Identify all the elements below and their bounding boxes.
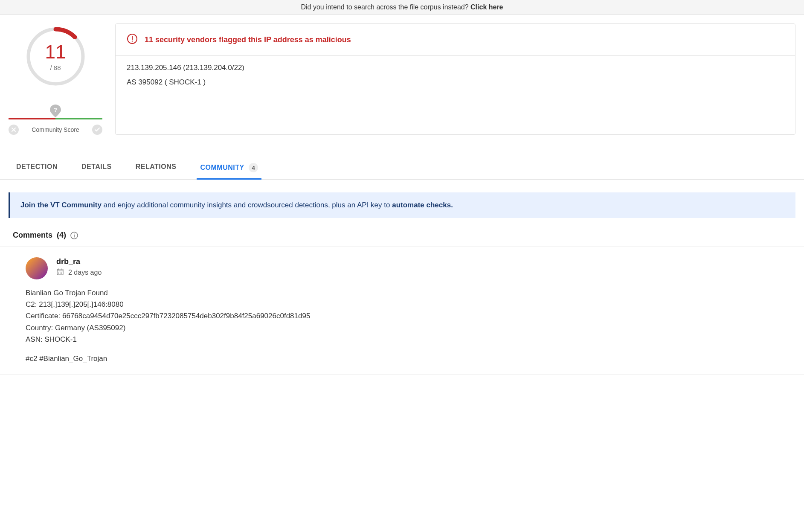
ip-details: 213.139.205.146 (213.139.204.0/22) AS 39… xyxy=(116,56,795,104)
comments-header: Comments (4) xyxy=(0,231,804,247)
comment-time: 2 days ago xyxy=(68,269,102,276)
tab-relations[interactable]: RELATIONS xyxy=(132,156,180,179)
vote-negative-button[interactable] xyxy=(9,125,19,135)
alert-icon xyxy=(127,33,138,46)
header-section: 11 / 88 ? Community Sc xyxy=(0,15,804,143)
comment-tags: #c2 #Bianlian_Go_Trojan xyxy=(26,353,791,364)
comment-item: drb_ra 2 days ago Bianlian Go Trojan Fou… xyxy=(0,247,804,375)
community-score-section: ? Community Score xyxy=(9,105,102,135)
join-community-link[interactable]: Join the VT Community xyxy=(20,201,102,209)
detection-score-gauge: 11 / 88 xyxy=(25,26,87,87)
banner-text: Did you intend to search across the file… xyxy=(301,3,470,11)
automate-checks-link[interactable]: automate checks. xyxy=(392,201,453,209)
detection-count: 11 xyxy=(45,42,66,61)
search-intent-banner: Did you intend to search across the file… xyxy=(0,0,804,15)
tab-details[interactable]: DETAILS xyxy=(78,156,115,179)
vote-positive-button[interactable] xyxy=(92,125,102,135)
community-score-bar xyxy=(9,118,102,119)
svg-text:?: ? xyxy=(54,107,57,113)
comment-line: Bianlian Go Trojan Found xyxy=(26,287,791,299)
tab-detection[interactable]: DETECTION xyxy=(13,156,61,179)
svg-point-18 xyxy=(61,273,62,273)
check-icon xyxy=(94,127,100,132)
banner-middle-text: and enjoy additional community insights … xyxy=(102,201,392,209)
svg-rect-8 xyxy=(74,235,75,237)
comments-count: (4) xyxy=(57,231,66,240)
comment-body: Bianlian Go Trojan Found C2: 213[.]139[.… xyxy=(26,287,791,364)
comments-title: Comments xyxy=(13,231,52,240)
svg-point-7 xyxy=(74,233,75,234)
detection-total: / 88 xyxy=(45,64,66,71)
comment-line: Certificate: 66768ca9454d70e25ccc297fb72… xyxy=(26,310,791,322)
comment-line: C2: 213[.]139[.]205[.]146:8080 xyxy=(26,299,791,310)
svg-point-13 xyxy=(58,272,59,272)
comment-author[interactable]: drb_ra xyxy=(56,257,102,266)
tab-community-label: COMMUNITY xyxy=(200,164,244,171)
tabs: DETECTION DETAILS RELATIONS COMMUNITY 4 xyxy=(0,156,804,180)
info-icon[interactable] xyxy=(70,232,78,239)
question-pin-icon: ? xyxy=(50,105,61,117)
comment-line: Country: Germany (AS395092) xyxy=(26,322,791,334)
avatar[interactable] xyxy=(26,257,48,279)
svg-point-16 xyxy=(58,273,59,273)
click-here-link[interactable]: Click here xyxy=(470,3,503,11)
svg-point-15 xyxy=(61,272,62,272)
community-score-label: Community Score xyxy=(32,126,79,133)
score-column: 11 / 88 ? Community Sc xyxy=(9,23,102,135)
flagged-alert: 11 security vendors flagged this IP addr… xyxy=(116,24,795,56)
close-icon xyxy=(11,127,16,132)
community-join-banner: Join the VT Community and enjoy addition… xyxy=(9,192,795,218)
svg-point-17 xyxy=(60,273,60,273)
ip-address-row: 213.139.205.146 (213.139.204.0/22) xyxy=(127,64,784,72)
svg-point-14 xyxy=(60,272,60,272)
comment-line: ASN: SHOCK-1 xyxy=(26,334,791,345)
tab-community-badge: 4 xyxy=(249,163,258,172)
calendar-icon xyxy=(56,268,64,277)
tab-community[interactable]: COMMUNITY 4 xyxy=(197,156,261,179)
svg-rect-4 xyxy=(132,36,133,40)
svg-point-5 xyxy=(132,41,133,42)
info-card: 11 security vendors flagged this IP addr… xyxy=(115,23,795,135)
asn-row: AS 395092 ( SHOCK-1 ) xyxy=(127,78,784,87)
flagged-text: 11 security vendors flagged this IP addr… xyxy=(145,35,351,44)
